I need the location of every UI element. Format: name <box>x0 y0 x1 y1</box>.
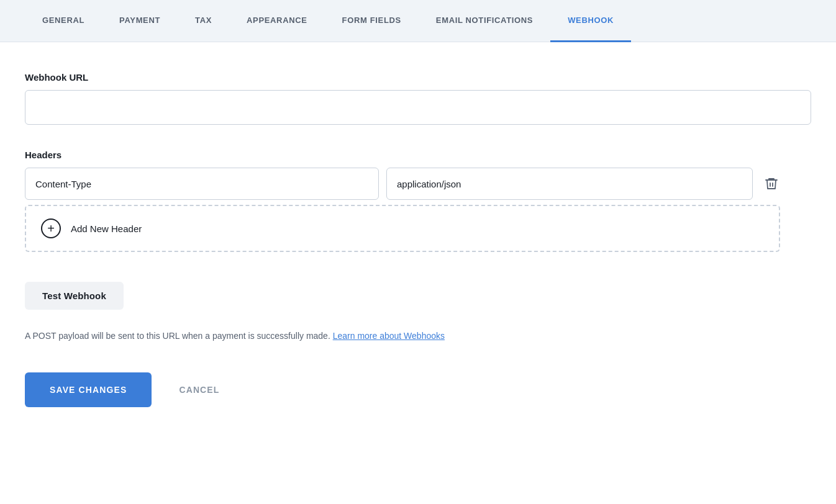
delete-header-button[interactable] <box>760 173 783 195</box>
tab-webhook[interactable]: WEBHOOK <box>550 0 631 42</box>
header-key-input[interactable] <box>25 168 379 200</box>
trash-icon <box>764 176 779 191</box>
add-header-label: Add New Header <box>71 223 142 234</box>
header-row <box>25 168 811 200</box>
tab-tax[interactable]: TAX <box>178 0 229 42</box>
learn-more-link[interactable]: Learn more about Webhooks <box>333 331 445 341</box>
add-header-button[interactable]: + Add New Header <box>25 205 780 252</box>
webhook-url-label: Webhook URL <box>25 72 811 83</box>
webhook-url-section: Webhook URL <box>25 72 811 125</box>
webhook-url-input[interactable] <box>25 90 811 125</box>
actions-row: SAVE CHANGES CANCEL <box>25 372 811 407</box>
cancel-button[interactable]: CANCEL <box>164 372 234 407</box>
nav-tabs: GENERAL PAYMENT TAX APPEARANCE FORM FIEL… <box>0 0 836 42</box>
tab-form-fields[interactable]: FORM FIELDS <box>325 0 419 42</box>
info-text: A POST payload will be sent to this URL … <box>25 330 811 343</box>
save-changes-button[interactable]: SAVE CHANGES <box>25 372 152 407</box>
tab-general[interactable]: GENERAL <box>25 0 102 42</box>
headers-section: Headers + Add New Header <box>25 150 811 252</box>
test-webhook-button[interactable]: Test Webhook <box>25 282 124 310</box>
tab-payment[interactable]: PAYMENT <box>102 0 178 42</box>
headers-label: Headers <box>25 150 811 160</box>
plus-circle-icon: + <box>41 218 61 238</box>
main-content: Webhook URL Headers + Add New Header Tes… <box>0 42 836 504</box>
tab-appearance[interactable]: APPEARANCE <box>229 0 325 42</box>
header-value-input[interactable] <box>386 168 753 200</box>
tab-email-notifications[interactable]: EMAIL NOTIFICATIONS <box>419 0 550 42</box>
